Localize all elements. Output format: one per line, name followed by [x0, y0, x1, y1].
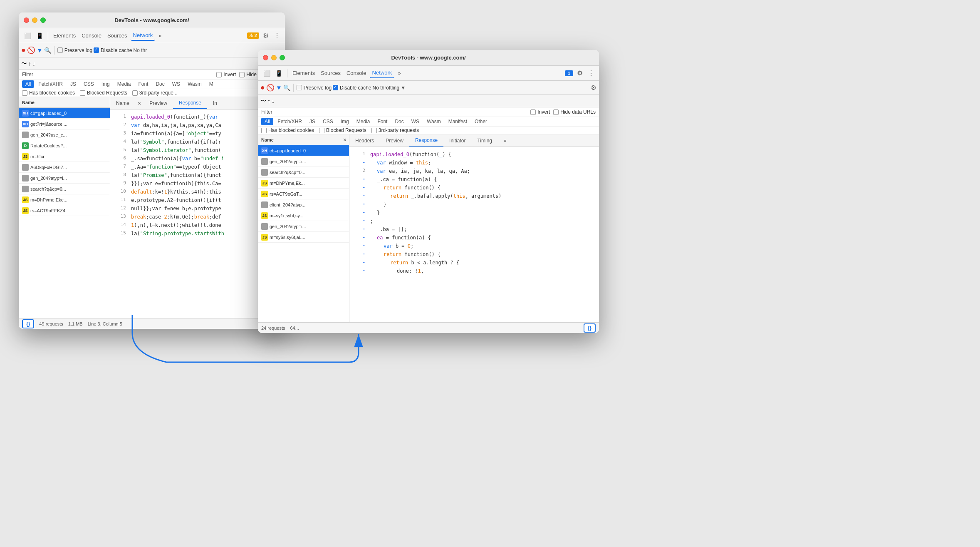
disable-cache-check-2[interactable]: Disable cache [333, 85, 371, 91]
type-fetch-1[interactable]: Fetch/XHR [35, 80, 66, 88]
record-btn-1[interactable]: ● [21, 46, 26, 55]
type-manifest-2[interactable]: Manifest [445, 118, 470, 125]
cursor-icon-2[interactable]: ⬜ [261, 69, 272, 78]
type-media-1[interactable]: Media [114, 80, 134, 88]
search-btn-1[interactable]: 🔍 [44, 47, 51, 54]
blocked-cookies-cb-1[interactable] [22, 90, 27, 96]
type-media-2[interactable]: Media [353, 118, 374, 125]
blocked-requests-2[interactable]: Blocked Requests [319, 127, 366, 133]
tab-more-2[interactable]: » [395, 68, 403, 78]
tab-sources-2[interactable]: Sources [318, 68, 343, 78]
hide-data-urls-checkbox-2[interactable] [553, 109, 559, 115]
type-ws-1[interactable]: WS [169, 80, 183, 88]
net-row-4-2[interactable]: JS rs=ACT9oGsT... [258, 189, 349, 199]
net-row-8-1[interactable]: JS m=DhPyme,Eke... [19, 194, 110, 205]
third-party-1[interactable]: 3rd-party reque... [132, 90, 178, 96]
device-icon-2[interactable]: 📱 [273, 69, 285, 78]
record-btn-2[interactable]: ● [260, 83, 265, 92]
type-all-1[interactable]: All [22, 80, 34, 88]
close-button-1[interactable] [24, 17, 29, 23]
blocked-requests-1[interactable]: Blocked Requests [80, 90, 127, 96]
invert-check-1[interactable]: Invert [216, 72, 236, 77]
close-list-2[interactable]: × [341, 136, 349, 144]
blocked-requests-cb-1[interactable] [80, 90, 85, 96]
clear-btn-2[interactable]: 🚫 [266, 84, 275, 92]
hide-data-urls-checkbox-1[interactable] [239, 72, 245, 77]
third-party-cb-2[interactable] [371, 128, 377, 133]
invert-check-2[interactable]: Invert [530, 109, 550, 115]
blocked-cookies-2[interactable]: Has blocked cookies [261, 127, 314, 133]
tab-elements-1[interactable]: Elements [51, 31, 78, 40]
more-icon-1[interactable]: ⋮ [272, 30, 282, 41]
type-font-1[interactable]: Font [135, 80, 151, 88]
preserve-log-check-2[interactable]: Preserve log [297, 85, 332, 91]
search-btn-2[interactable]: 🔍 [283, 85, 290, 91]
disable-cache-checkbox-2[interactable] [333, 85, 338, 90]
settings-icon-2[interactable]: ⚙ [576, 68, 584, 78]
blocked-cookies-1[interactable]: Has blocked cookies [22, 90, 75, 96]
throttle-dropdown-2[interactable]: ▼ [401, 85, 406, 91]
format-btn-2[interactable]: {} [584, 323, 596, 333]
cursor-icon[interactable]: ⬜ [22, 31, 33, 40]
type-js-2[interactable]: JS [306, 118, 319, 125]
net-row-2-2[interactable]: search?q&cp=0... [258, 167, 349, 178]
type-doc-2[interactable]: Doc [391, 118, 407, 125]
net-row-0-1[interactable]: XH cb=gapi.loaded_0 [19, 108, 110, 119]
net-row-0-2[interactable]: XH cb=gapi.loaded_0 [258, 145, 349, 156]
preserve-log-check-1[interactable]: Preserve log [57, 47, 92, 53]
type-other-2[interactable]: Other [471, 118, 490, 125]
more-tabs-2[interactable]: » [498, 134, 512, 147]
type-fetch-2[interactable]: Fetch/XHR [274, 118, 305, 125]
more-icon-2[interactable]: ⋮ [587, 68, 596, 78]
net-row-7-2[interactable]: gen_204?atyp=i... [258, 221, 349, 232]
type-wasm-1[interactable]: Wasm [184, 80, 205, 88]
type-doc-1[interactable]: Doc [152, 80, 168, 88]
close-button-2[interactable] [263, 55, 268, 60]
invert-checkbox-1[interactable] [216, 72, 222, 77]
initiator-tab-2[interactable]: Initiator [443, 134, 471, 147]
tab-elements-2[interactable]: Elements [290, 68, 317, 78]
disable-cache-checkbox-1[interactable] [94, 47, 99, 53]
preserve-log-checkbox-2[interactable] [297, 85, 302, 90]
tab-sources-1[interactable]: Sources [105, 31, 130, 40]
settings-icon-1[interactable]: ⚙ [262, 30, 270, 41]
upload-icon-1[interactable]: ↑ [28, 60, 31, 67]
clear-btn-1[interactable]: 🚫 [27, 46, 35, 54]
wifi-icon-1[interactable]: 〜 [21, 60, 27, 67]
upload-icon-2[interactable]: ↑ [267, 98, 270, 104]
third-party-cb-1[interactable] [132, 90, 138, 96]
type-css-1[interactable]: CSS [80, 80, 97, 88]
filter-btn-2[interactable]: ▼ [276, 84, 282, 91]
net-row-4-1[interactable]: JS m=hfcr [19, 151, 110, 162]
response-tab-2[interactable]: Response [409, 134, 443, 147]
net-row-6-1[interactable]: gen_204?atyp=i... [19, 173, 110, 184]
type-m-1[interactable]: M [206, 80, 217, 88]
blocked-requests-cb-2[interactable] [319, 128, 324, 133]
minimize-button-1[interactable] [32, 17, 37, 23]
third-party-2[interactable]: 3rd-party requests [371, 127, 419, 133]
gear-settings-2[interactable]: ⚙ [591, 84, 596, 92]
invert-checkbox-2[interactable] [530, 109, 536, 115]
filter-btn-1[interactable]: ▼ [37, 47, 43, 54]
initiator-tab-1[interactable]: In [207, 97, 223, 109]
blocked-cookies-cb-2[interactable] [261, 128, 267, 133]
preview-tab-2[interactable]: Preview [380, 134, 409, 147]
device-icon[interactable]: 📱 [34, 31, 45, 40]
net-row-2-1[interactable]: gen_204?use_c... [19, 129, 110, 140]
net-row-5-2[interactable]: client_204?atyp... [258, 199, 349, 210]
type-font-2[interactable]: Font [374, 118, 391, 125]
preview-tab-1[interactable]: Preview [144, 97, 173, 109]
hide-data-urls-check-2[interactable]: Hide data URLs [553, 109, 596, 115]
format-btn-1[interactable]: {} [22, 319, 34, 328]
type-all-2[interactable]: All [261, 118, 273, 125]
maximize-button-1[interactable] [40, 17, 46, 23]
net-row-8-2[interactable]: JS m=sy6s,sy6t,aL... [258, 232, 349, 243]
response-tab-1[interactable]: Response [173, 97, 207, 109]
net-row-3-1[interactable]: D RotateCookiesP... [19, 140, 110, 151]
net-row-6-2[interactable]: JS m=sy1r,sybt,sy... [258, 210, 349, 221]
wifi-icon-2[interactable]: 〜 [260, 97, 266, 105]
close-tab-1[interactable]: × [135, 99, 144, 107]
type-ws-2[interactable]: WS [408, 118, 423, 125]
type-img-1[interactable]: Img [98, 80, 113, 88]
headers-tab-1[interactable]: Name [110, 97, 135, 109]
